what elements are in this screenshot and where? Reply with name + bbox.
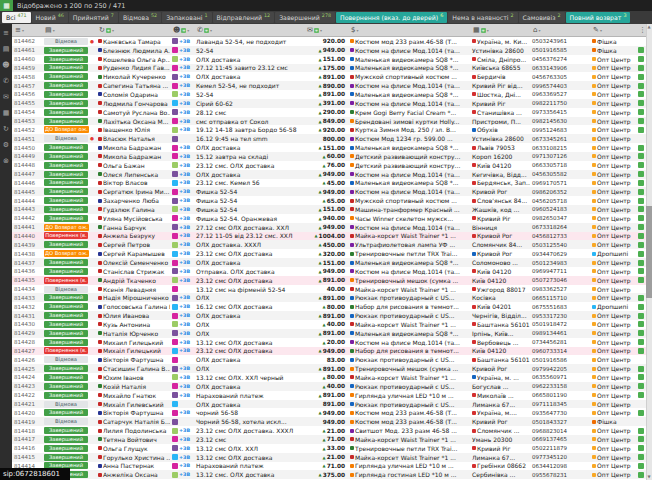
menu-icon[interactable]: ≡ (3, 30, 9, 37)
table-row[interactable]: 814419ВідмоваСатарчук Наталія Б...Чорний… (12, 417, 652, 426)
table-row[interactable]: 814422ЗавершенийМихайло Гнатюк+ЗВНарахов… (12, 391, 652, 400)
table-row[interactable]: 814444ЗавершенийЗахарченко Люба+ЗВФишка … (12, 196, 652, 205)
social-viber-icon[interactable] (172, 109, 178, 115)
social-viber-icon[interactable] (172, 171, 178, 177)
table-row[interactable]: 814447ЗавершенийОлеся Липенська+ЗВОЛХ до… (12, 170, 652, 179)
column-header-more[interactable]: ⋮▾ (636, 26, 646, 34)
table-row[interactable]: 814439ЗавершенийСергей Петров+ЗВОЛХ дост… (12, 240, 652, 249)
social-olx-icon[interactable] (172, 374, 178, 380)
add-icon[interactable]: + (181, 28, 186, 33)
social-olx-icon[interactable] (172, 321, 178, 327)
social-olx-icon[interactable] (172, 206, 178, 212)
social-viber-icon[interactable] (172, 330, 178, 336)
table-row[interactable]: 814436ЗавершенийСтаніслав Стрижак+ЗВОтпр… (12, 267, 652, 276)
settings-icon[interactable]: ⚙ (3, 142, 9, 149)
column-header-delivery[interactable]: ✆+▾ (194, 26, 304, 34)
table-row[interactable]: 814435Повернення (в.Андрій Ткаченко+ЗВ23… (12, 276, 652, 285)
table-row[interactable]: 814425ЗавершенийСтасишин Галина В...+ЗВО… (12, 364, 652, 373)
social-viber-icon[interactable] (172, 224, 178, 230)
table-row[interactable]: 814442ЗавершенийУляна Мусійовська+ЗВФишк… (12, 214, 652, 223)
scrollbar-thumb[interactable] (646, 206, 652, 297)
social-viber-icon[interactable] (172, 198, 178, 204)
table-row[interactable]: 814416ЗавершенийОльга Глущук+ЗВ13.12 смс… (12, 444, 652, 453)
column-header-phone[interactable]: ✎▾ (590, 26, 636, 34)
table-row[interactable]: 814449ЗавершенийМикола Бадражан+ЗВ15.12 … (12, 152, 652, 161)
social-viber-icon[interactable] (172, 74, 178, 80)
table-row[interactable]: 814459ЗавершенийРуденко Лидия Гав...+ЗВ2… (12, 64, 652, 73)
table-row[interactable]: 814446ЗавершенийВіктор Власов+ЗВ23.12 см… (12, 179, 652, 188)
social-tg-icon[interactable] (172, 401, 178, 407)
table-row[interactable]: 814450ЗавершенийМикола Бадражан+ЗВОЛХ до… (12, 143, 652, 152)
social-tg-icon[interactable] (172, 304, 178, 310)
tab-повний-возврат[interactable]: Повний возврат3 (566, 12, 631, 23)
table-row[interactable]: 814443ЗавершенийГудзлюк Галина+ЗВФишка 5… (12, 205, 652, 214)
table-row[interactable]: 814440Повернення (в.Анжела Безруку+ЗВ27.… (12, 232, 652, 241)
clients-icon[interactable]: ☻ (2, 62, 9, 69)
social-olx-icon[interactable] (172, 162, 178, 168)
column-header-amount[interactable]: $▾ (348, 26, 470, 34)
add-icon[interactable]: + (204, 28, 209, 33)
table-row[interactable]: 814461ЗавершенийБлезнюк Людмила А...+ЗВ5… (12, 46, 652, 55)
social-viber-icon[interactable] (172, 366, 178, 372)
scroll-down-icon[interactable]: ▼ (646, 474, 652, 480)
column-header-address[interactable]: ⌂▾ (530, 26, 590, 34)
tab-повернення-вказ-до-дверей-[interactable]: Повернення (вказ. до дверей)6 (336, 12, 447, 23)
column-header-comments[interactable]: ✉+▾ (304, 26, 348, 34)
table-row[interactable]: 814430ЗавершенийКузь Антонина+ЗВОЛХ▲40.0… (12, 320, 652, 329)
calls-icon[interactable]: ✆ (3, 78, 9, 85)
social-tg-icon[interactable] (172, 100, 178, 106)
tab-відмова[interactable]: Відмова52 (119, 12, 161, 23)
table-row[interactable]: 814414ЗавершенийАнна Пастернак+ЗВНарахов… (12, 462, 652, 471)
column-header-status[interactable]: ▤▾ (42, 26, 96, 34)
tab-прийнятий[interactable]: Прийнятий7 (69, 12, 118, 23)
column-header-id[interactable]: ≡▾ (12, 26, 42, 34)
table-row[interactable]: 814458ЗавершенийНиколай Кучеренко+ЗВОЛХ … (12, 72, 652, 81)
social-viber-icon[interactable] (172, 419, 178, 425)
social-viber-icon[interactable] (172, 136, 178, 142)
social-inst-icon[interactable] (172, 463, 178, 469)
vertical-scrollbar[interactable]: ▲ ▼ (646, 24, 652, 480)
social-inst-icon[interactable] (172, 233, 178, 239)
social-tg-icon[interactable] (172, 251, 178, 257)
table-row[interactable]: 814431ЗавершенийЮлия Иванова+ЗВОЛХ доста… (12, 311, 652, 320)
table-row[interactable]: 814432ЗавершенийГолосовська Галина В...+… (12, 302, 652, 311)
social-inst-icon[interactable] (172, 260, 178, 266)
social-inst-icon[interactable] (172, 65, 178, 71)
social-tg-icon[interactable] (172, 348, 178, 354)
table-row[interactable]: 814423ЗавершенийКозій Наталія+ЗВОЛХ дост… (12, 382, 652, 391)
social-inst-icon[interactable] (172, 189, 178, 195)
social-inst-icon[interactable] (172, 313, 178, 319)
social-olx-icon[interactable] (172, 472, 178, 478)
social-inst-icon[interactable] (172, 83, 178, 89)
social-tg-icon[interactable] (172, 180, 178, 186)
social-viber-icon[interactable] (172, 38, 178, 44)
column-header-contacts[interactable]: ☻+▾ (170, 26, 194, 34)
table-row[interactable]: 814429ЗавершенийНаталія Юрченко+ЗВОЛХ▲89… (12, 329, 652, 338)
table-row[interactable]: 814456ЗавершенийСоломія Одарина+ЗВ52-54▲… (12, 90, 652, 99)
table-row[interactable]: 814445ЗавершенийСергатюк Ірина Ми...+ЗВФ… (12, 187, 652, 196)
table-row[interactable]: 814460ЗавершенийКошелева Ольга Ар...+ЗВО… (12, 55, 652, 64)
table-row[interactable]: 814457ЗавершенийСапегина Татьяна ...+ЗВК… (12, 81, 652, 90)
refresh-icon[interactable]: ↻ (3, 126, 9, 133)
scroll-up-icon[interactable]: ▲ (646, 24, 652, 30)
table-row[interactable]: 814433ЗавершенийНадія Мірошниченко+ЗВОЛХ… (12, 293, 652, 302)
tab-відправлений[interactable]: Відправлений12 (213, 12, 275, 23)
table-row[interactable]: 814438ДО Возврат ож.Сергей Карамышев+ЗВ2… (12, 249, 652, 258)
column-header-products[interactable]: ▦+▾ (470, 26, 530, 34)
social-olx-icon[interactable] (172, 242, 178, 248)
social-inst-icon[interactable] (172, 145, 178, 151)
add-icon[interactable]: + (314, 28, 319, 33)
social-viber-icon[interactable] (172, 295, 178, 301)
social-inst-icon[interactable] (172, 153, 178, 159)
table-row[interactable]: 814421ВідмоваМихаіл ГилевськийОЛХ достав… (12, 400, 652, 409)
table-row[interactable]: 814454ЗавершенийСамотуй Руслана Во...+ЗВ… (12, 108, 652, 117)
social-inst-icon[interactable] (172, 383, 178, 389)
social-viber-icon[interactable] (172, 268, 178, 274)
social-viber-icon[interactable] (172, 445, 178, 451)
table-row[interactable]: 814426ВідмоваВікторія ФартушнаОЛХ достав… (12, 355, 652, 364)
social-inst-icon[interactable] (172, 357, 178, 363)
social-tg-icon[interactable] (172, 454, 178, 460)
social-inst-icon[interactable] (172, 436, 178, 442)
table-row[interactable]: 814418ЗавершенийЛилия Подолинська+ЗВ23.1… (12, 426, 652, 435)
tab-самовивіз[interactable]: Самовивіз2 (519, 12, 565, 23)
